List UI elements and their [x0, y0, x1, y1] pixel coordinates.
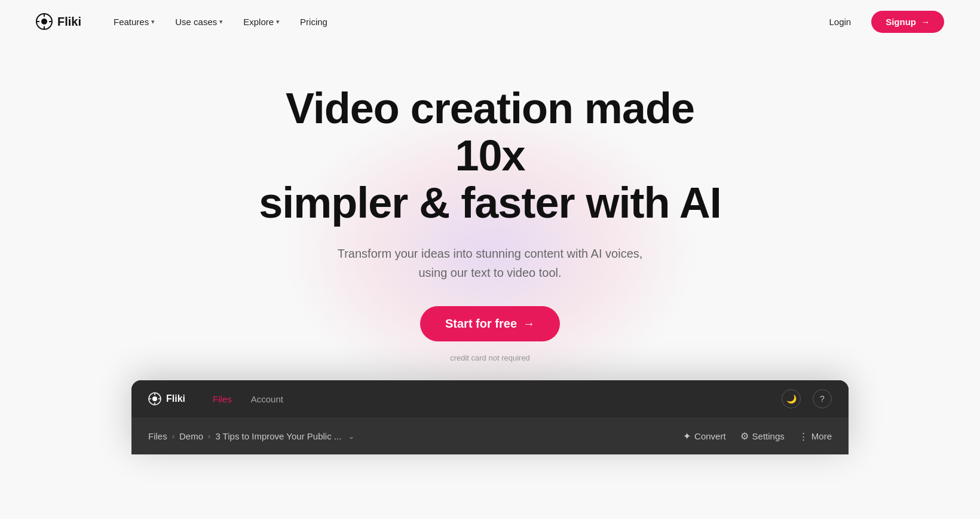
- breadcrumb-dropdown-icon[interactable]: ⌄: [348, 432, 354, 441]
- app-nav-files[interactable]: Files: [203, 389, 241, 409]
- cta-arrow-icon: →: [523, 317, 535, 331]
- logo-icon: [36, 13, 53, 30]
- breadcrumb-sep-2: ›: [208, 432, 210, 441]
- more-action[interactable]: ⋮ More: [799, 431, 832, 442]
- explore-chevron-icon: ▾: [276, 18, 280, 26]
- app-logo-icon: [148, 392, 161, 405]
- nav-right: Login Signup →: [820, 11, 944, 33]
- breadcrumb-demo[interactable]: Demo: [179, 431, 203, 441]
- dark-mode-button[interactable]: 🌙: [782, 389, 801, 408]
- help-button[interactable]: ?: [813, 389, 832, 408]
- more-dots-icon: ⋮: [799, 431, 808, 442]
- nav-item-features[interactable]: Features ▾: [105, 12, 163, 32]
- start-for-free-button[interactable]: Start for free →: [420, 306, 560, 341]
- signup-button[interactable]: Signup →: [871, 11, 944, 33]
- logo-text: Fliki: [57, 15, 81, 29]
- nav-links: Features ▾ Use cases ▾ Explore ▾ Pricing: [105, 12, 820, 32]
- nav-item-explore[interactable]: Explore ▾: [235, 12, 288, 32]
- breadcrumb: Files › Demo › 3 Tips to Improve Your Pu…: [148, 431, 683, 441]
- hero-section: Video creation made 10x simpler & faster…: [0, 43, 980, 490]
- credit-note: credit card not required: [245, 353, 735, 362]
- hero-subtitle: Transform your ideas into stunning conte…: [323, 244, 657, 282]
- convert-action[interactable]: ✦ Convert: [683, 431, 726, 442]
- settings-icon: ⚙: [740, 431, 749, 442]
- usecases-chevron-icon: ▾: [219, 18, 223, 26]
- navbar: Fliki Features ▾ Use cases ▾ Explore ▾ P…: [0, 0, 980, 43]
- dark-mode-icon: 🌙: [786, 394, 797, 404]
- nav-item-pricing[interactable]: Pricing: [292, 12, 336, 32]
- app-topbar-right: 🌙 ?: [782, 389, 832, 408]
- breadcrumb-actions: ✦ Convert ⚙ Settings ⋮ More: [683, 431, 832, 442]
- svg-point-7: [152, 396, 157, 401]
- nav-item-usecases[interactable]: Use cases ▾: [167, 12, 231, 32]
- app-breadcrumb-bar: Files › Demo › 3 Tips to Improve Your Pu…: [131, 419, 849, 454]
- help-icon: ?: [820, 394, 825, 404]
- app-logo: Fliki: [148, 392, 185, 405]
- app-nav-account[interactable]: Account: [241, 389, 293, 409]
- login-button[interactable]: Login: [820, 12, 859, 32]
- breadcrumb-files[interactable]: Files: [148, 431, 167, 441]
- svg-point-1: [41, 19, 47, 25]
- hero-title: Video creation made 10x simpler & faster…: [245, 85, 735, 227]
- settings-action[interactable]: ⚙ Settings: [740, 431, 785, 442]
- app-topbar: Fliki Files Account 🌙 ?: [131, 380, 849, 419]
- breadcrumb-sep-1: ›: [172, 432, 174, 441]
- app-preview: Fliki Files Account 🌙 ? Files ›: [131, 380, 849, 454]
- convert-icon: ✦: [683, 431, 691, 442]
- signup-arrow-icon: →: [921, 17, 930, 27]
- features-chevron-icon: ▾: [151, 18, 155, 26]
- hero-content: Video creation made 10x simpler & faster…: [245, 85, 735, 362]
- logo[interactable]: Fliki: [36, 13, 81, 30]
- breadcrumb-file[interactable]: 3 Tips to Improve Your Public ...: [215, 431, 341, 441]
